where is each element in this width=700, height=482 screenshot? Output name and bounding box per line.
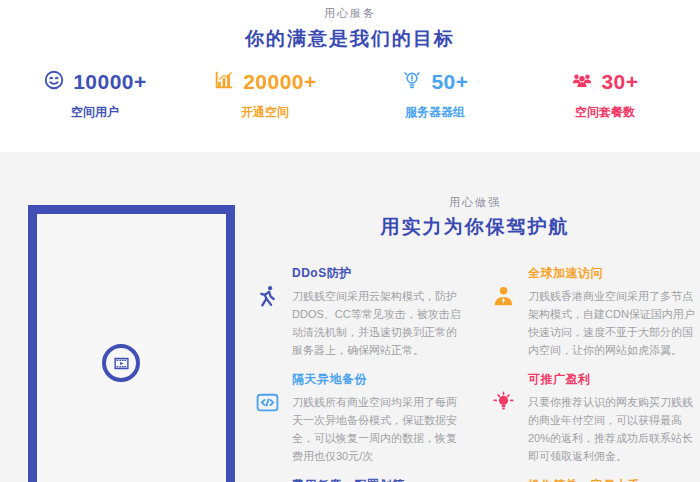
stats-title: 你的满意是我们的目标 — [0, 26, 700, 52]
stat-value: 50+ — [431, 70, 468, 94]
strength-title: 用实力为你保驾护航 — [253, 214, 697, 240]
person-icon — [489, 265, 517, 359]
stat-space-users: 10000+ 空间用户 — [10, 69, 180, 121]
stat-label: 服务器器组 — [350, 104, 520, 121]
stat-value: 20000+ — [243, 70, 317, 94]
feature-referral-profit: 可推广盈利 只要你推荐认识的网友购买刀贱贱的商业年付空间，可以获得最高20%的返… — [489, 371, 697, 465]
stats-section: 用心服务 你的满意是我们的目标 10000+ 空间用户 — [0, 0, 700, 152]
feature-global-acceleration: 全球加速访问 刀贱贱香港商业空间采用了多节点架构模式，自建CDN保证国内用户快速… — [489, 265, 697, 359]
door-frame-illustration — [28, 205, 235, 482]
feature-title: 操作简单，容易上手 — [528, 477, 697, 482]
blocks-icon — [489, 477, 517, 482]
stat-label: 空间用户 — [10, 104, 180, 121]
feature-title: DDoS防护 — [292, 265, 461, 282]
strength-eyebrow: 用心做强 — [253, 195, 697, 210]
feature-text: 只要你推荐认识的网友购买刀贱贱的商业年付空间，可以获得最高20%的返利，推荐成功… — [528, 393, 697, 465]
feature-title: 隔天异地备份 — [292, 371, 461, 388]
code-icon — [253, 371, 281, 465]
feature-easy-to-use: 操作简单，容易上手 刀贱贱空间采用容易使用的easypanel面板，容易上手使用… — [489, 477, 697, 482]
stats-row: 10000+ 空间用户 20000+ — [10, 69, 690, 121]
bulb-icon — [489, 371, 517, 465]
feature-ddos-protection: DDoS防护 刀贱贱空间采用云架构模式，防护DDOS、CC等常见攻击，被攻击启动… — [253, 265, 461, 359]
feature-title: 费用低廉，配置划算 — [292, 477, 461, 482]
stat-value: 10000+ — [73, 70, 147, 94]
users-icon — [571, 69, 593, 95]
runner-icon — [253, 265, 281, 359]
phone-icon — [253, 477, 281, 482]
features-grid: DDoS防护 刀贱贱空间采用云架构模式，防护DDOS、CC等常见攻击，被攻击启动… — [253, 265, 697, 482]
stat-label: 开通空间 — [180, 104, 350, 121]
lightbulb-icon — [401, 69, 423, 95]
stat-server-groups: 50+ 服务器器组 — [350, 69, 520, 121]
feature-title: 可推广盈利 — [528, 371, 697, 388]
bar-chart-icon — [213, 69, 235, 95]
feature-text: 刀贱贱香港商业空间采用了多节点架构模式，自建CDN保证国内用户快速访问，速度不亚… — [528, 287, 697, 359]
stats-eyebrow: 用心服务 — [0, 0, 700, 21]
stat-value: 30+ — [601, 70, 638, 94]
stat-packages: 30+ 空间套餐数 — [520, 69, 690, 121]
feature-text: 刀贱贱所有商业空间均采用了每两天一次异地备份模式，保证数据安全，可以恢复一周内的… — [292, 393, 461, 465]
feature-low-cost: 费用低廉，配置划算 目前香港商业空间最低仅需50一年（500M空间+200M数据… — [253, 477, 461, 482]
feature-offsite-backup: 隔天异地备份 刀贱贱所有商业空间均采用了每两天一次异地备份模式，保证数据安全，可… — [253, 371, 461, 465]
landing-page: 用心服务 你的满意是我们的目标 10000+ 空间用户 — [0, 0, 700, 482]
strength-section: 用心做强 用实力为你保驾护航 DDoS防护 刀贱贱空间采用云架构模 — [0, 152, 700, 482]
feature-text: 刀贱贱空间采用云架构模式，防护DDOS、CC等常见攻击，被攻击启动清洗机制，并迅… — [292, 287, 461, 359]
stat-label: 空间套餐数 — [520, 104, 690, 121]
feature-title: 全球加速访问 — [528, 265, 697, 282]
stat-opened-spaces: 20000+ 开通空间 — [180, 69, 350, 121]
film-icon — [102, 344, 140, 382]
strength-content: 用心做强 用实力为你保驾护航 DDoS防护 刀贱贱空间采用云架构模 — [253, 195, 697, 482]
smiley-icon — [43, 69, 65, 95]
